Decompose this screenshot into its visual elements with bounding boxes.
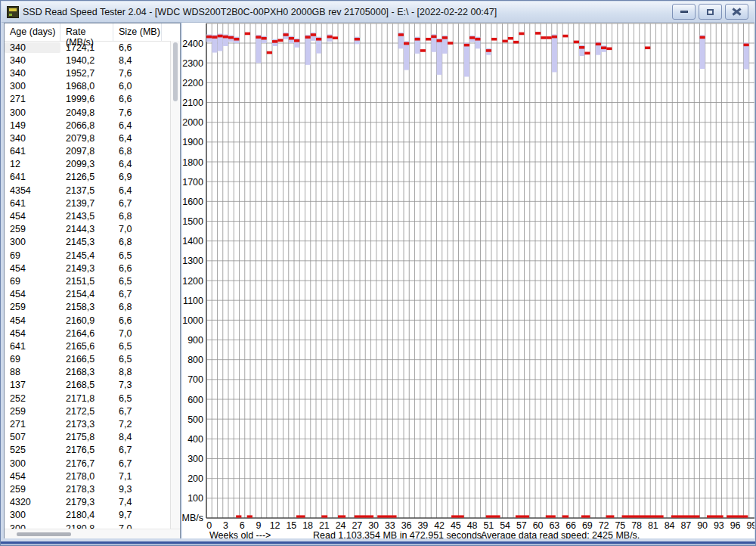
svg-text:1300: 1300	[182, 256, 203, 266]
table-row[interactable]: 3002180,49,7	[5, 509, 170, 522]
horizontal-scrollbar-thumb[interactable]	[17, 532, 71, 536]
table-row[interactable]: 43202179,37,4	[5, 496, 170, 509]
table-cell: 6,4	[113, 159, 162, 169]
table-row[interactable]: 3002145,36,8	[5, 236, 170, 249]
table-cell: 340	[5, 55, 60, 66]
table-row[interactable]: 4542149,36,6	[5, 262, 170, 275]
column-header-size[interactable]: Size (MB)	[113, 23, 162, 41]
table-cell: 300	[5, 510, 60, 520]
svg-text:18: 18	[302, 520, 313, 531]
table-row[interactable]: 3002049,87,6	[5, 106, 170, 119]
table-row[interactable]: 6412165,66,5	[5, 340, 170, 352]
table-row[interactable]: 6412139,76,7	[5, 197, 170, 209]
svg-text:1700: 1700	[182, 177, 203, 188]
vertical-scrollbar-thumb[interactable]	[173, 42, 178, 101]
table-cell: 300	[5, 81, 60, 92]
table-row[interactable]: 3401724,16,6	[5, 41, 170, 54]
table-cell: 525	[5, 445, 60, 455]
app-icon	[7, 6, 19, 18]
table-cell: 454	[5, 328, 60, 339]
table-row[interactable]: 4542143,56,8	[5, 209, 170, 222]
svg-text:500: 500	[187, 414, 203, 425]
table-row[interactable]: 3401940,28,4	[5, 54, 170, 67]
table-row[interactable]: 882168,38,8	[5, 366, 170, 379]
table-cell: 6,8	[113, 211, 162, 222]
maximize-button[interactable]	[699, 4, 722, 20]
table-cell: 6,5	[113, 341, 162, 352]
horizontal-scrollbar[interactable]	[5, 529, 180, 539]
svg-text:63: 63	[549, 520, 559, 531]
table-row[interactable]: 5072175,88,4	[5, 431, 170, 444]
table-row[interactable]: 6412126,56,9	[5, 171, 170, 184]
table-cell: 2176,5	[60, 445, 113, 455]
table-row[interactable]: 3001968,06,0	[5, 80, 170, 93]
table-cell: 2137,5	[60, 185, 113, 196]
column-header-age[interactable]: Age (days)	[5, 23, 60, 41]
table-row[interactable]: 4542160,96,6	[5, 314, 170, 327]
table-row[interactable]: 122099,36,4	[5, 158, 170, 171]
table-row[interactable]: 2712173,37,2	[5, 417, 170, 430]
table-row[interactable]: 692151,56,5	[5, 275, 170, 287]
table-cell: 2151,5	[60, 276, 113, 287]
svg-text:900: 900	[187, 335, 203, 346]
table-row[interactable]: 1372168,57,3	[5, 379, 170, 392]
table-cell: 6,7	[113, 445, 162, 455]
table-cell: 454	[5, 263, 60, 274]
title-bar[interactable]: SSD Read Speed Tester 2.04 - [WDC WDS200…	[2, 2, 754, 23]
table-row[interactable]: 3401952,77,6	[5, 67, 170, 79]
svg-text:99: 99	[746, 520, 754, 531]
speed-chart-svg: 1002003004005006007008009001000110012001…	[182, 23, 754, 540]
svg-text:60: 60	[533, 520, 544, 531]
table-row[interactable]: 3402079,86,4	[5, 132, 170, 144]
table-cell: 1952,7	[60, 68, 113, 79]
table-cell: 7,2	[113, 419, 162, 430]
table-row[interactable]: 6412097,86,8	[5, 145, 170, 158]
table-row[interactable]: 43542137,56,4	[5, 184, 170, 197]
svg-text:1800: 1800	[182, 157, 203, 168]
table-cell: 271	[5, 419, 60, 430]
minimize-button[interactable]	[672, 4, 696, 20]
table-cell: 6,9	[113, 172, 162, 182]
table-cell: 6,6	[113, 263, 162, 274]
table-cell: 340	[5, 133, 60, 144]
table-cell: 2149,3	[60, 263, 113, 274]
table-row[interactable]: 3002180,87,0	[5, 522, 170, 529]
table-row[interactable]: 4542154,46,7	[5, 288, 170, 301]
table-row[interactable]: 3002176,76,7	[5, 457, 170, 470]
table-cell: 6,4	[113, 133, 162, 144]
table-cell: 6,0	[113, 81, 162, 92]
svg-text:39: 39	[417, 520, 428, 531]
table-row[interactable]: 2592172,56,7	[5, 405, 170, 417]
table-row[interactable]: 692166,56,5	[5, 353, 170, 366]
table-cell: 8,8	[113, 367, 162, 377]
table-cell: 2178,0	[60, 471, 113, 482]
svg-text:3: 3	[223, 520, 228, 531]
svg-text:700: 700	[187, 374, 203, 385]
svg-text:6: 6	[240, 520, 245, 531]
close-button[interactable]	[725, 4, 748, 20]
svg-text:75: 75	[615, 520, 625, 531]
table-row[interactable]: 2711999,66,6	[5, 93, 170, 106]
table-cell: 2160,9	[60, 315, 113, 326]
column-header-rate[interactable]: Rate (MB/s)	[60, 23, 113, 41]
svg-text:600: 600	[187, 395, 203, 405]
table-row[interactable]: 2592158,36,8	[5, 301, 170, 314]
table-cell: 2144,3	[60, 224, 113, 234]
table-row[interactable]: 692145,46,5	[5, 249, 170, 262]
table-row[interactable]: 2592178,39,3	[5, 482, 170, 495]
svg-text:9: 9	[256, 520, 261, 531]
table-cell: 69	[5, 354, 60, 365]
table-cell: 6,7	[113, 289, 162, 299]
table-row[interactable]: 4542178,07,1	[5, 470, 170, 482]
table-row[interactable]: 2522171,86,5	[5, 392, 170, 405]
svg-text:100: 100	[187, 493, 203, 504]
table-row[interactable]: 2592144,37,0	[5, 223, 170, 236]
table-row[interactable]: 5252176,56,7	[5, 444, 170, 457]
svg-text:72: 72	[599, 520, 609, 531]
vertical-scrollbar[interactable]	[170, 41, 180, 529]
table-row[interactable]: 1492066,86,4	[5, 119, 170, 132]
table-row[interactable]: 4542164,67,0	[5, 327, 170, 340]
svg-text:87: 87	[680, 520, 691, 531]
table-cell: 300	[5, 237, 60, 247]
svg-text:800: 800	[187, 355, 203, 365]
